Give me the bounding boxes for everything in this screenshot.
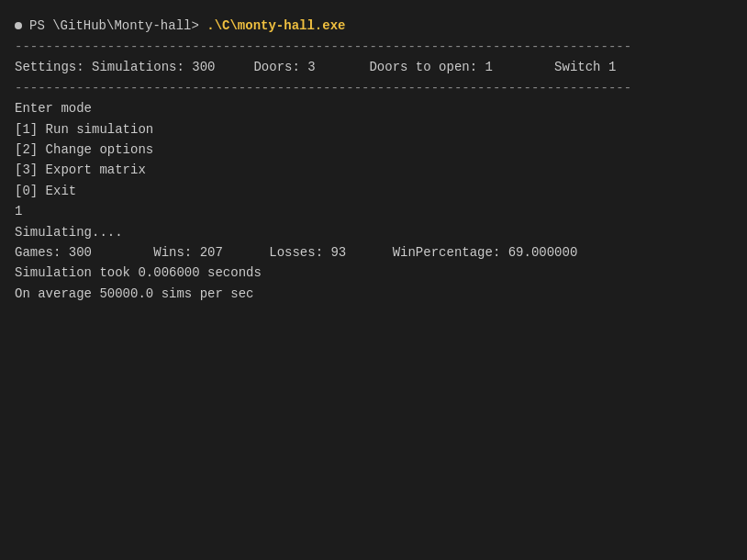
separator-top: ----------------------------------------… xyxy=(15,37,732,57)
separator-bottom: ----------------------------------------… xyxy=(15,78,732,98)
settings-line: Settings: Simulations: 300 Doors: 3 Door… xyxy=(15,57,732,77)
prompt-indicator xyxy=(15,22,22,29)
menu-item-3: [3] Export matrix xyxy=(15,160,732,180)
prompt-prefix: PS \GitHub\Monty-hall> xyxy=(29,18,206,33)
user-input: 1 xyxy=(15,201,732,221)
time-line: Simulation took 0.006000 seconds xyxy=(15,263,732,283)
menu-item-4: [0] Exit xyxy=(15,181,732,201)
prompt-line: PS \GitHub\Monty-hall> .\C\monty-hall.ex… xyxy=(0,18,747,33)
terminal-output: ----------------------------------------… xyxy=(0,37,747,560)
prompt-command: .\C\monty-hall.exe xyxy=(206,18,345,33)
simulating-text: Simulating.... xyxy=(15,222,732,242)
games-line: Games: 300 Wins: 207 Losses: 93 WinPerce… xyxy=(15,242,732,263)
rate-line: On average 50000.0 sims per sec xyxy=(15,284,732,304)
menu-item-1: [1] Run simulation xyxy=(15,119,732,140)
menu-item-2: [2] Change options xyxy=(15,140,732,160)
terminal-window: PS \GitHub\Monty-hall> .\C\monty-hall.ex… xyxy=(0,0,747,560)
menu-header: Enter mode xyxy=(15,98,732,118)
